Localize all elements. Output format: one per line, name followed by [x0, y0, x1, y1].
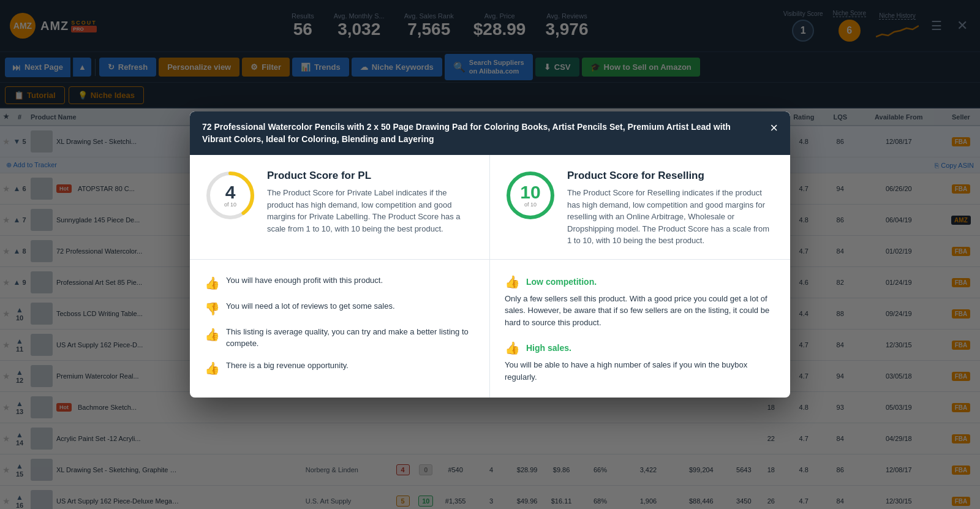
- resell-score-header: 10 of 10 Product Score for Reselling The…: [505, 170, 775, 247]
- pl-detail-1: 👍 You will have enough profit with this …: [205, 274, 475, 290]
- pl-detail-4-icon: 👍: [205, 361, 220, 375]
- resell-score-description: The Product Score for Reselling indicate…: [567, 187, 775, 247]
- pl-score-value: 4: [224, 183, 236, 202]
- resell-detail-1-text: Only a few sellers sell this product. Wi…: [505, 294, 769, 327]
- resell-detail-1-icon: 👍: [505, 274, 520, 289]
- resell-score-of: of 10: [520, 202, 540, 208]
- modal-scores-row: 4 of 10 Product Score for PL The Product…: [190, 155, 790, 260]
- modal-close-button[interactable]: ×: [770, 121, 778, 135]
- resell-detail-2-text: You will be able to have a high number o…: [505, 360, 747, 382]
- resell-score-circle: 10 of 10: [505, 170, 556, 221]
- modal: 72 Professional Watercolor Pencils with …: [190, 111, 790, 398]
- modal-title-bar: 72 Professional Watercolor Pencils with …: [190, 111, 790, 155]
- pl-score-title: Product Score for PL: [267, 170, 475, 182]
- pl-detail-3-icon: 👍: [205, 327, 220, 342]
- modal-overlay: 72 Professional Watercolor Pencils with …: [0, 0, 980, 509]
- modal-details-row: 👍 You will have enough profit with this …: [190, 260, 790, 398]
- pl-detail-2-icon: 👎: [205, 301, 220, 316]
- resell-detail-2: 👍 High sales. You will be able to have a…: [505, 341, 775, 383]
- pl-details-section: 👍 You will have enough profit with this …: [190, 260, 490, 398]
- pl-detail-1-icon: 👍: [205, 276, 220, 290]
- resell-detail-2-icon: 👍: [505, 341, 520, 355]
- pl-score-header: 4 of 10 Product Score for PL The Product…: [205, 170, 475, 235]
- pl-detail-4: 👍 There is a big revenue opportunity.: [205, 360, 475, 375]
- pl-detail-3-text: This listing is average quality, you can…: [226, 326, 475, 350]
- pl-score-circle: 4 of 10: [205, 170, 256, 221]
- pl-score-section: 4 of 10 Product Score for PL The Product…: [190, 155, 490, 259]
- pl-detail-4-text: There is a big revenue opportunity.: [226, 360, 349, 372]
- resell-score-value: 10: [520, 183, 540, 202]
- pl-detail-2: 👎 You will need a lot of reviews to get …: [205, 300, 475, 316]
- resell-score-section: 10 of 10 Product Score for Reselling The…: [490, 155, 790, 259]
- pl-detail-2-text: You will need a lot of reviews to get so…: [226, 300, 395, 312]
- resell-detail-2-heading: High sales.: [526, 343, 571, 353]
- resell-detail-1-heading: Low competition.: [526, 277, 597, 287]
- pl-detail-1-text: You will have enough profit with this pr…: [226, 274, 383, 287]
- pl-score-of: of 10: [224, 202, 236, 208]
- resell-detail-1: 👍 Low competition. Only a few sellers se…: [505, 274, 775, 329]
- pl-detail-3: 👍 This listing is average quality, you c…: [205, 326, 475, 350]
- resell-score-title: Product Score for Reselling: [567, 170, 775, 182]
- pl-score-description: The Product Score for Private Label indi…: [267, 187, 475, 235]
- modal-title-text: 72 Professional Watercolor Pencils with …: [202, 121, 753, 145]
- resell-details-section: 👍 Low competition. Only a few sellers se…: [490, 260, 790, 398]
